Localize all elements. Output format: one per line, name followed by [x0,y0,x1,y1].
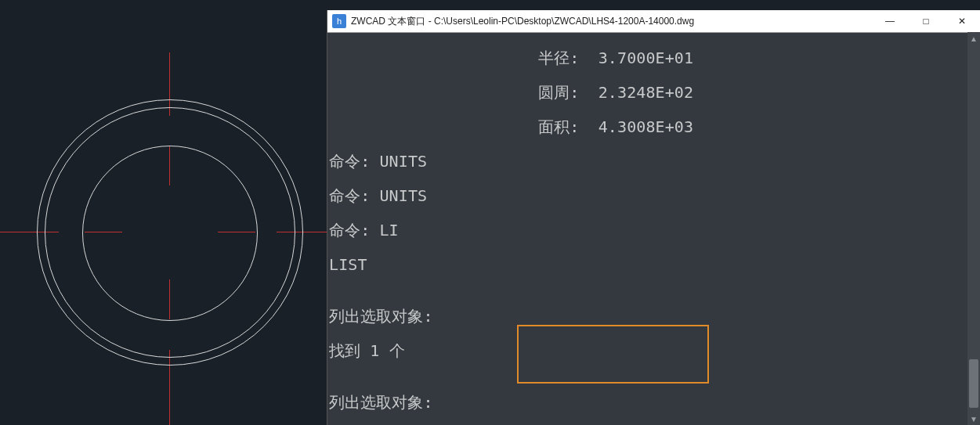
console-line: 面积: 4.3008E+03 [327,118,967,135]
close-button[interactable]: ✕ [944,10,980,32]
scroll-up-icon[interactable]: ▲ [967,32,980,45]
app-icon: h [332,14,346,28]
console-line: LIST [327,256,967,273]
console-line: 命令: LI [327,222,967,239]
console-line: 命令: UNITS [327,153,967,170]
console-output[interactable]: 半径: 3.7000E+01 圆周: 2.3248E+02 面积: 4.3008… [327,32,967,425]
circle-inner[interactable] [82,146,258,321]
maximize-button[interactable]: □ [908,10,944,32]
console-line: 圆周: 2.3248E+02 [327,84,967,101]
titlebar[interactable]: h ZWCAD 文本窗口 - C:\Users\Leolin-PC\Deskto… [327,10,980,33]
minimize-button[interactable]: — [872,10,908,32]
scroll-thumb[interactable] [969,359,978,408]
console-line: 找到 1 个 [327,342,967,359]
text-window: h ZWCAD 文本窗口 - C:\Users\Leolin-PC\Deskto… [327,10,980,425]
console-line: 命令: UNITS [327,187,967,204]
scrollbar[interactable]: ▲ ▼ [967,32,980,425]
console-line: 半径: 3.7000E+01 [327,49,967,67]
console-line: 列出选取对象: [327,308,967,325]
window-title: ZWCAD 文本窗口 - C:\Users\Leolin-PC\Desktop\… [351,15,694,28]
console-line: 列出选取对象: [327,394,967,411]
scroll-down-icon[interactable]: ▼ [967,412,980,425]
